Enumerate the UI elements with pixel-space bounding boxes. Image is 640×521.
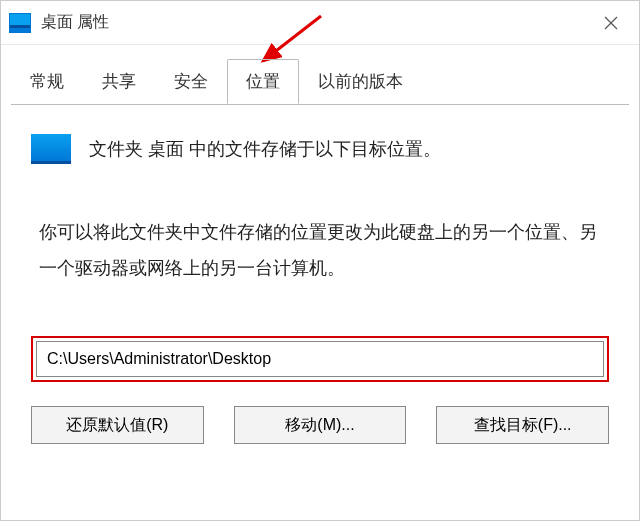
- close-icon[interactable]: [591, 3, 631, 43]
- tab-content: 文件夹 桌面 中的文件存储于以下目标位置。 你可以将此文件夹中文件存储的位置更改…: [1, 104, 639, 464]
- path-input[interactable]: [36, 341, 604, 377]
- intro-text: 文件夹 桌面 中的文件存储于以下目标位置。: [89, 137, 441, 161]
- titlebar: 桌面 属性: [1, 1, 639, 45]
- find-target-button[interactable]: 查找目标(F)...: [436, 406, 609, 444]
- info-text: 你可以将此文件夹中文件存储的位置更改为此硬盘上的另一个位置、另一个驱动器或网络上…: [39, 214, 601, 286]
- desktop-icon: [9, 13, 31, 33]
- intro-row: 文件夹 桌面 中的文件存储于以下目标位置。: [31, 134, 609, 164]
- tab-bar: 常规 共享 安全 位置 以前的版本: [1, 45, 639, 104]
- tab-general[interactable]: 常规: [11, 59, 83, 104]
- desktop-folder-icon: [31, 134, 71, 164]
- properties-window: 桌面 属性 常规 共享 安全 位置 以前的版本 文件夹 桌面 中的文件存储于以下…: [0, 0, 640, 521]
- move-button[interactable]: 移动(M)...: [234, 406, 407, 444]
- button-row: 还原默认值(R) 移动(M)... 查找目标(F)...: [31, 406, 609, 444]
- tab-security[interactable]: 安全: [155, 59, 227, 104]
- window-title: 桌面 属性: [41, 12, 591, 33]
- tab-sharing[interactable]: 共享: [83, 59, 155, 104]
- path-highlight-box: [31, 336, 609, 382]
- restore-defaults-button[interactable]: 还原默认值(R): [31, 406, 204, 444]
- tab-location[interactable]: 位置: [227, 59, 299, 104]
- tab-previous-versions[interactable]: 以前的版本: [299, 59, 422, 104]
